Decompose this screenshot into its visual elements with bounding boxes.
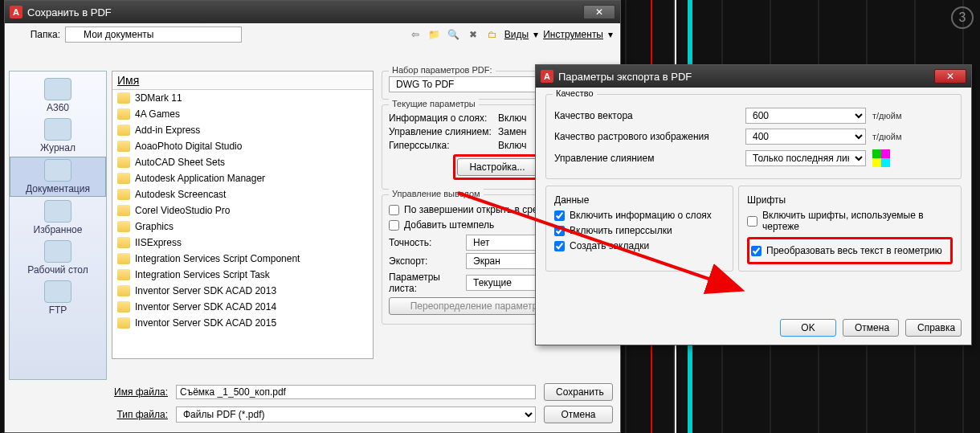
sidebar-item-1[interactable]: Журнал <box>10 116 106 155</box>
fonts-label: Шрифты <box>747 194 786 206</box>
save-dialog-titlebar[interactable]: A Сохранить в PDF ✕ <box>5 1 620 23</box>
pdf-preset-label: Набор параметров PDF: <box>389 65 496 75</box>
layer-info-value: Включ <box>498 112 526 124</box>
vector-quality-label: Качество вектора <box>554 110 739 121</box>
sidebar-icon <box>44 280 71 303</box>
filetype-label: Тип файла: <box>112 409 168 420</box>
include-fonts-label: Включить шрифты, используемые в чертеже <box>762 210 953 232</box>
folder-icon <box>117 92 130 104</box>
file-name: Corel VideoStudio Pro <box>135 205 231 216</box>
save-bottom-panel: Имя файла: Сохранить Тип файла: Файлы PD… <box>112 378 613 423</box>
sidebar-label: FTP <box>10 304 106 316</box>
vector-unit: т/дюйм <box>872 111 913 121</box>
precision-label: Точность: <box>389 237 461 248</box>
sidebar-item-0[interactable]: A360 <box>10 76 106 115</box>
raster-quality-select[interactable]: 400 <box>745 129 866 145</box>
delete-icon[interactable]: ✖ <box>466 27 480 42</box>
include-fonts-checkbox[interactable]: Включить шрифты, используемые в чертеже <box>747 210 953 232</box>
save-button[interactable]: Сохранить <box>544 383 613 401</box>
views-menu[interactable]: Виды <box>504 29 529 40</box>
filetype-select[interactable]: Файлы PDF (*.pdf) <box>176 406 536 423</box>
sidebar-item-5[interactable]: FTP <box>10 279 106 317</box>
file-row[interactable]: Inventor Server SDK ACAD 2015 <box>112 315 373 331</box>
filename-input[interactable] <box>176 385 536 399</box>
close-button[interactable]: ✕ <box>934 69 966 84</box>
include-hyperlinks-label: Включить гиперссылки <box>570 225 672 236</box>
file-row[interactable]: Integration Services Script Component <box>112 251 373 267</box>
folder-toolbar: Папка: ⇦ 📁 🔍 ✖ 🗀 Виды ▾ Инструменты ▾ <box>6 24 619 45</box>
include-hyperlinks-checkbox[interactable]: Включить гиперссылки <box>554 225 725 236</box>
up-folder-icon[interactable]: 📁 <box>427 27 442 42</box>
file-name: AoaoPhoto Digital Studio <box>135 141 242 152</box>
file-name: Inventor Server SDK ACAD 2013 <box>135 285 276 296</box>
cancel-button[interactable]: Отмена <box>843 319 899 337</box>
sidebar-icon <box>44 159 71 182</box>
tools-menu[interactable]: Инструменты <box>543 29 603 40</box>
vector-quality-select[interactable]: 600 <box>745 108 866 124</box>
file-name: Autodesk Application Manager <box>135 173 265 184</box>
close-button[interactable]: ✕ <box>583 5 615 19</box>
file-row[interactable]: Graphics <box>112 219 373 235</box>
file-row[interactable]: Autodesk Screencast <box>112 186 373 202</box>
sidebar-item-3[interactable]: Избранное <box>10 198 106 237</box>
file-name: Integration Services Script Component <box>135 253 300 264</box>
file-row[interactable]: IISExpress <box>112 235 373 251</box>
file-name: Integration Services Script Task <box>135 269 270 280</box>
sidebar-item-2[interactable]: Документация <box>10 157 106 197</box>
folder-icon <box>117 141 130 152</box>
search-icon[interactable]: 🔍 <box>447 27 461 42</box>
help-button[interactable]: Справка <box>905 319 962 337</box>
quality-label: Качество <box>553 88 597 98</box>
sidebar-label: Избранное <box>10 224 106 235</box>
file-row[interactable]: Inventor Server SDK ACAD 2014 <box>112 299 373 315</box>
viewport-badge: 3 <box>951 6 974 29</box>
file-row[interactable]: AoaoPhoto Digital Studio <box>112 138 373 154</box>
export-dialog-title: Параметры экспорта в PDF <box>558 71 934 83</box>
sidebar-label: A360 <box>10 102 106 113</box>
tools-dropdown-icon[interactable]: ▾ <box>608 29 613 40</box>
file-row[interactable]: 3DMark 11 <box>112 90 373 106</box>
folder-icon <box>117 301 130 312</box>
folder-combo[interactable] <box>65 27 242 43</box>
current-params-label: Текущие параметры <box>389 99 479 108</box>
file-name: Graphics <box>135 221 174 232</box>
app-icon: A <box>10 6 22 18</box>
file-row[interactable]: Inventor Server SDK ACAD 2013 <box>112 283 373 299</box>
file-row[interactable]: 4A Games <box>112 106 373 122</box>
sidebar-item-4[interactable]: Рабочий стол <box>10 239 106 277</box>
merge-control-select[interactable]: Только последняя линия <box>745 150 866 166</box>
folder-icon <box>117 317 130 329</box>
new-folder-icon[interactable]: 🗀 <box>485 27 500 42</box>
include-layers-label: Включить информацию о слоях <box>570 210 712 221</box>
folder-icon <box>117 253 130 264</box>
sheet-params-label: Параметры листа: <box>389 272 461 294</box>
file-row[interactable]: Add-in Express <box>112 122 373 138</box>
sidebar-icon <box>44 118 71 141</box>
export-dialog-titlebar[interactable]: A Параметры экспорта в PDF ✕ <box>536 65 971 88</box>
file-row[interactable]: AutoCAD Sheet Sets <box>112 154 373 170</box>
convert-text-checkbox[interactable]: Преобразовать весь текст в геометрию <box>751 245 949 256</box>
open-after-label: По завершении открыть в сред <box>404 204 543 215</box>
file-name: IISExpress <box>135 237 182 248</box>
file-row[interactable]: Corel VideoStudio Pro <box>112 202 373 219</box>
layer-info-label: Информация о слоях: <box>389 112 493 124</box>
sidebar-label: Документация <box>10 183 105 194</box>
file-list[interactable]: Имя 3DMark 114A GamesAdd-in ExpressAoaoP… <box>112 71 374 359</box>
file-row[interactable]: Autodesk Application Manager <box>112 170 373 186</box>
sidebar-icon <box>44 78 71 100</box>
output-label: Управление выводом <box>389 189 484 198</box>
back-icon[interactable]: ⇦ <box>408 27 423 42</box>
merge-control-label: Управление слиянием <box>554 153 739 164</box>
file-row[interactable]: Integration Services Script Task <box>112 267 373 283</box>
create-bookmarks-checkbox[interactable]: Создать закладки <box>554 240 725 251</box>
views-dropdown-icon[interactable]: ▾ <box>533 29 538 40</box>
data-group: Данные Включить информацию о слоях Включ… <box>545 186 733 272</box>
file-name: AutoCAD Sheet Sets <box>135 157 225 168</box>
include-layers-checkbox[interactable]: Включить информацию о слоях <box>554 210 725 221</box>
quality-group: Качество Качество вектора 600 т/дюйм Кач… <box>545 94 962 179</box>
cancel-button[interactable]: Отмена <box>544 406 613 423</box>
hyperlink-label: Гиперссылка: <box>389 140 493 151</box>
settings-button[interactable]: Настройка... <box>457 158 537 176</box>
file-list-header[interactable]: Имя <box>112 71 373 90</box>
ok-button[interactable]: OK <box>780 319 836 337</box>
